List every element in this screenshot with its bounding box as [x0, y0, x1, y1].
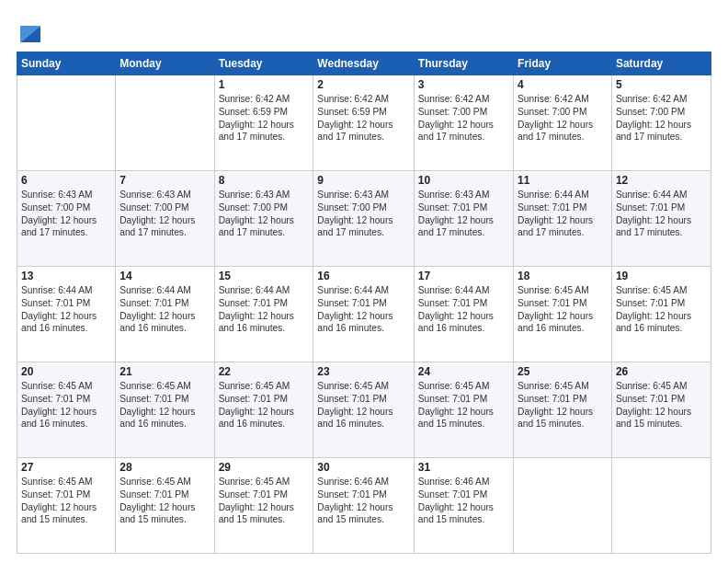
day-number: 18 — [518, 270, 608, 282]
day-info: Sunrise: 6:45 AM Sunset: 7:01 PM Dayligh… — [616, 284, 707, 335]
calendar-cell: 9Sunrise: 6:43 AM Sunset: 7:00 PM Daylig… — [313, 171, 414, 267]
day-number: 12 — [616, 174, 707, 187]
day-number: 5 — [616, 78, 707, 91]
day-info: Sunrise: 6:45 AM Sunset: 7:01 PM Dayligh… — [616, 380, 707, 431]
day-info: Sunrise: 6:42 AM Sunset: 7:00 PM Dayligh… — [518, 93, 608, 144]
day-number: 6 — [21, 174, 111, 187]
day-info: Sunrise: 6:45 AM Sunset: 7:01 PM Dayligh… — [21, 380, 111, 431]
day-number: 7 — [119, 174, 210, 187]
day-info: Sunrise: 6:46 AM Sunset: 7:01 PM Dayligh… — [418, 476, 509, 526]
day-info: Sunrise: 6:42 AM Sunset: 7:00 PM Dayligh… — [418, 93, 509, 144]
calendar-cell: 3Sunrise: 6:42 AM Sunset: 7:00 PM Daylig… — [414, 75, 513, 171]
day-info: Sunrise: 6:43 AM Sunset: 7:00 PM Dayligh… — [21, 189, 111, 239]
day-number: 25 — [518, 365, 608, 378]
day-info: Sunrise: 6:45 AM Sunset: 7:01 PM Dayligh… — [317, 380, 409, 431]
calendar-cell: 19Sunrise: 6:45 AM Sunset: 7:01 PM Dayli… — [611, 267, 711, 362]
header-thursday: Thursday — [414, 52, 513, 75]
logo — [17, 17, 40, 42]
calendar-cell: 18Sunrise: 6:45 AM Sunset: 7:01 PM Dayli… — [514, 267, 612, 362]
day-info: Sunrise: 6:45 AM Sunset: 7:01 PM Dayligh… — [418, 380, 509, 431]
day-number: 31 — [418, 461, 509, 474]
calendar-cell: 6Sunrise: 6:43 AM Sunset: 7:00 PM Daylig… — [17, 171, 116, 267]
calendar-cell: 17Sunrise: 6:44 AM Sunset: 7:01 PM Dayli… — [414, 267, 513, 362]
calendar-cell: 23Sunrise: 6:45 AM Sunset: 7:01 PM Dayli… — [313, 362, 414, 458]
day-info: Sunrise: 6:43 AM Sunset: 7:00 PM Dayligh… — [219, 189, 310, 239]
header-wednesday: Wednesday — [313, 52, 414, 75]
calendar: Sunday Monday Tuesday Wednesday Thursday… — [17, 52, 711, 554]
day-number: 9 — [317, 174, 409, 187]
header-saturday: Saturday — [611, 52, 711, 75]
calendar-cell: 5Sunrise: 6:42 AM Sunset: 7:00 PM Daylig… — [611, 75, 711, 171]
day-number: 4 — [518, 78, 608, 91]
day-number: 8 — [219, 174, 310, 187]
calendar-cell: 7Sunrise: 6:43 AM Sunset: 7:00 PM Daylig… — [116, 171, 214, 267]
week-row-4: 20Sunrise: 6:45 AM Sunset: 7:01 PM Dayli… — [17, 362, 711, 458]
day-info: Sunrise: 6:45 AM Sunset: 7:01 PM Dayligh… — [119, 476, 210, 526]
day-number: 30 — [317, 461, 409, 474]
header — [17, 17, 711, 42]
day-info: Sunrise: 6:45 AM Sunset: 7:01 PM Dayligh… — [119, 380, 210, 431]
day-info: Sunrise: 6:44 AM Sunset: 7:01 PM Dayligh… — [219, 284, 310, 335]
day-info: Sunrise: 6:46 AM Sunset: 7:01 PM Dayligh… — [317, 476, 409, 526]
header-sunday: Sunday — [17, 52, 116, 75]
day-number: 2 — [317, 78, 409, 91]
day-number: 28 — [119, 461, 210, 474]
calendar-cell — [116, 75, 214, 171]
weekday-header-row: Sunday Monday Tuesday Wednesday Thursday… — [17, 52, 711, 75]
day-info: Sunrise: 6:43 AM Sunset: 7:01 PM Dayligh… — [418, 189, 509, 239]
calendar-cell: 27Sunrise: 6:45 AM Sunset: 7:01 PM Dayli… — [17, 458, 116, 554]
calendar-cell — [611, 458, 711, 554]
calendar-cell: 10Sunrise: 6:43 AM Sunset: 7:01 PM Dayli… — [414, 171, 513, 267]
header-monday: Monday — [116, 52, 214, 75]
calendar-cell — [514, 458, 612, 554]
logo-icon — [20, 17, 40, 42]
day-info: Sunrise: 6:44 AM Sunset: 7:01 PM Dayligh… — [518, 189, 608, 239]
day-info: Sunrise: 6:45 AM Sunset: 7:01 PM Dayligh… — [518, 380, 608, 431]
header-friday: Friday — [514, 52, 612, 75]
day-number: 10 — [418, 174, 509, 187]
day-number: 20 — [21, 365, 111, 378]
day-info: Sunrise: 6:44 AM Sunset: 7:01 PM Dayligh… — [317, 284, 409, 335]
day-info: Sunrise: 6:42 AM Sunset: 6:59 PM Dayligh… — [317, 93, 409, 144]
week-row-2: 6Sunrise: 6:43 AM Sunset: 7:00 PM Daylig… — [17, 171, 711, 267]
week-row-1: 1Sunrise: 6:42 AM Sunset: 6:59 PM Daylig… — [17, 75, 711, 171]
calendar-cell: 31Sunrise: 6:46 AM Sunset: 7:01 PM Dayli… — [414, 458, 513, 554]
day-number: 16 — [317, 270, 409, 282]
calendar-cell: 21Sunrise: 6:45 AM Sunset: 7:01 PM Dayli… — [116, 362, 214, 458]
calendar-cell: 13Sunrise: 6:44 AM Sunset: 7:01 PM Dayli… — [17, 267, 116, 362]
day-info: Sunrise: 6:43 AM Sunset: 7:00 PM Dayligh… — [317, 189, 409, 239]
calendar-cell: 26Sunrise: 6:45 AM Sunset: 7:01 PM Dayli… — [611, 362, 711, 458]
calendar-cell: 2Sunrise: 6:42 AM Sunset: 6:59 PM Daylig… — [313, 75, 414, 171]
calendar-cell — [17, 75, 116, 171]
day-info: Sunrise: 6:44 AM Sunset: 7:01 PM Dayligh… — [21, 284, 111, 335]
day-number: 22 — [219, 365, 310, 378]
calendar-cell: 25Sunrise: 6:45 AM Sunset: 7:01 PM Dayli… — [514, 362, 612, 458]
calendar-cell: 20Sunrise: 6:45 AM Sunset: 7:01 PM Dayli… — [17, 362, 116, 458]
day-info: Sunrise: 6:45 AM Sunset: 7:01 PM Dayligh… — [219, 380, 310, 431]
calendar-cell: 30Sunrise: 6:46 AM Sunset: 7:01 PM Dayli… — [313, 458, 414, 554]
calendar-cell: 16Sunrise: 6:44 AM Sunset: 7:01 PM Dayli… — [313, 267, 414, 362]
week-row-5: 27Sunrise: 6:45 AM Sunset: 7:01 PM Dayli… — [17, 458, 711, 554]
calendar-cell: 8Sunrise: 6:43 AM Sunset: 7:00 PM Daylig… — [214, 171, 313, 267]
day-info: Sunrise: 6:45 AM Sunset: 7:01 PM Dayligh… — [219, 476, 310, 526]
page: Sunday Monday Tuesday Wednesday Thursday… — [0, 0, 728, 563]
day-info: Sunrise: 6:44 AM Sunset: 7:01 PM Dayligh… — [119, 284, 210, 335]
day-info: Sunrise: 6:42 AM Sunset: 7:00 PM Dayligh… — [616, 93, 707, 144]
week-row-3: 13Sunrise: 6:44 AM Sunset: 7:01 PM Dayli… — [17, 267, 711, 362]
day-number: 27 — [21, 461, 111, 474]
day-number: 11 — [518, 174, 608, 187]
day-number: 26 — [616, 365, 707, 378]
calendar-cell: 28Sunrise: 6:45 AM Sunset: 7:01 PM Dayli… — [116, 458, 214, 554]
day-number: 23 — [317, 365, 409, 378]
day-info: Sunrise: 6:42 AM Sunset: 6:59 PM Dayligh… — [219, 93, 310, 144]
day-number: 24 — [418, 365, 509, 378]
calendar-cell: 4Sunrise: 6:42 AM Sunset: 7:00 PM Daylig… — [514, 75, 612, 171]
calendar-cell: 1Sunrise: 6:42 AM Sunset: 6:59 PM Daylig… — [214, 75, 313, 171]
calendar-cell: 15Sunrise: 6:44 AM Sunset: 7:01 PM Dayli… — [214, 267, 313, 362]
calendar-cell: 24Sunrise: 6:45 AM Sunset: 7:01 PM Dayli… — [414, 362, 513, 458]
day-number: 15 — [219, 270, 310, 282]
day-number: 3 — [418, 78, 509, 91]
day-number: 29 — [219, 461, 310, 474]
header-tuesday: Tuesday — [214, 52, 313, 75]
day-number: 21 — [119, 365, 210, 378]
